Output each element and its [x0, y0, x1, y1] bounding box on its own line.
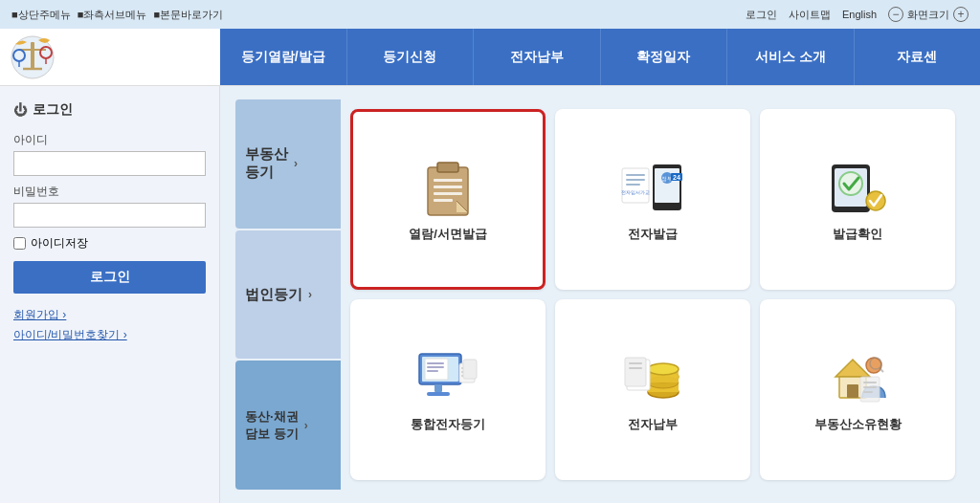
svg-point-57	[866, 358, 881, 373]
item-integrated-elec-label: 통합전자등기	[411, 416, 485, 433]
top-bar-right: 로그인 사이트맵 English − 화면크기 +	[746, 7, 969, 22]
content-area: 부동산등기 › 법인등기 › 동산·채권담보 등기 ›	[220, 86, 980, 503]
category-movable-label: 동산·채권담보 등기	[245, 408, 299, 443]
svg-rect-62	[863, 386, 877, 388]
categories: 부동산등기 › 법인등기 › 동산·채권담보 등기 ›	[235, 99, 341, 490]
coins-icon	[621, 346, 684, 408]
svg-rect-53	[629, 367, 642, 369]
increase-font-button[interactable]: +	[953, 7, 969, 22]
login-title: ⏻ 로그인	[13, 101, 206, 119]
english-link[interactable]: English	[842, 9, 877, 20]
login-button[interactable]: 로그인	[13, 261, 206, 294]
id-input[interactable]	[13, 151, 206, 176]
sidebar: ⏻ 로그인 아이디 비밀번호 아이디저장 로그인 회원가입 › 아이디/비밀번호…	[0, 86, 220, 503]
category-real-estate[interactable]: 부동산등기 ›	[235, 99, 341, 229]
nav-data[interactable]: 자료센	[855, 29, 981, 85]
login-section: ⏻ 로그인 아이디 비밀번호 아이디저장 로그인	[13, 101, 206, 294]
item-electronic-pay[interactable]: 전자납부	[555, 299, 750, 480]
item-electronic-issue-label: 전자발급	[628, 226, 678, 243]
svg-rect-21	[626, 184, 640, 186]
item-electronic-issue[interactable]: 정부 24 전자입서가교 전자발급	[555, 109, 750, 290]
skip-body[interactable]: ■본문바로가기	[153, 9, 223, 20]
logo-area[interactable]: 대한민국 법원 인터넷등기소	[0, 29, 220, 85]
svg-rect-52	[629, 362, 642, 364]
nav-confirm-date[interactable]: 확정일자	[601, 29, 728, 85]
items-grid: 열람/서면발급 정부 24	[341, 99, 965, 490]
header: 대한민국 법원 인터넷등기소 등기열람/발급 등기신청 전자납부 확정일자 서비…	[0, 29, 980, 86]
find-credentials-link[interactable]: 아이디/비밀번호찾기 ›	[13, 327, 206, 343]
remember-id-label: 아이디저장	[31, 235, 88, 252]
category-corporation-arrow: ›	[308, 288, 312, 301]
item-browse-issue-label: 열람/서면발급	[409, 226, 487, 243]
govt24-icon: 정부 24 전자입서가교	[618, 156, 687, 218]
computer-icon	[415, 346, 480, 408]
svg-text:24: 24	[673, 174, 680, 181]
sitemap-link[interactable]: 사이트맵	[789, 8, 831, 22]
login-link[interactable]: 로그인	[746, 8, 777, 22]
svg-rect-32	[427, 370, 438, 372]
nav-service[interactable]: 서비스 소개	[727, 29, 855, 85]
svg-rect-19	[626, 174, 645, 176]
sidebar-links: 회원가입 › 아이디/비밀번호찾기 ›	[13, 307, 206, 343]
svg-rect-1	[31, 42, 34, 69]
svg-rect-9	[434, 186, 462, 188]
id-label: 아이디	[13, 132, 206, 148]
screen-size-label: 화면크기	[907, 8, 949, 22]
category-real-estate-arrow: ›	[294, 157, 298, 170]
remember-id-row: 아이디저장	[13, 235, 206, 252]
category-real-estate-label: 부동산등기	[245, 145, 288, 182]
category-movable[interactable]: 동산·채권담보 등기 ›	[235, 361, 341, 490]
svg-rect-29	[425, 359, 448, 380]
decrease-font-button[interactable]: −	[888, 7, 903, 22]
svg-rect-11	[434, 199, 453, 202]
item-browse-issue[interactable]: 열람/서면발급	[350, 109, 546, 290]
svg-rect-56	[847, 384, 858, 398]
nav-pay[interactable]: 전자납부	[474, 29, 601, 85]
svg-line-59	[880, 368, 883, 372]
item-issue-confirm-label: 발급확인	[833, 226, 882, 243]
pw-label: 비밀번호	[13, 184, 206, 200]
svg-rect-31	[427, 366, 444, 368]
svg-marker-54	[835, 360, 870, 377]
house-person-icon	[826, 346, 889, 408]
category-corporation-label: 법인등기	[245, 286, 302, 304]
category-corporation[interactable]: 법인등기 ›	[235, 230, 341, 360]
svg-rect-30	[427, 362, 444, 364]
svg-rect-63	[863, 391, 873, 393]
main-nav: 등기열람/발급 등기신청 전자납부 확정일자 서비스 소개 자료센	[220, 29, 980, 85]
power-icon: ⏻	[13, 102, 27, 118]
item-real-estate-own-label: 부동산소유현황	[814, 416, 902, 433]
screen-size-control: − 화면크기 +	[888, 7, 969, 22]
item-electronic-pay-label: 전자납부	[628, 416, 678, 433]
svg-rect-10	[434, 192, 462, 195]
svg-rect-51	[625, 358, 646, 386]
item-issue-confirm[interactable]: 발급확인	[760, 109, 955, 290]
login-title-text: 로그인	[33, 101, 73, 119]
svg-rect-34	[427, 392, 450, 396]
clipboard-icon	[420, 156, 476, 218]
check-tablet-icon	[826, 156, 889, 218]
nav-register[interactable]: 등기신청	[347, 29, 475, 85]
grid-outer: 부동산등기 › 법인등기 › 동산·채권담보 등기 ›	[235, 99, 965, 490]
remember-id-checkbox[interactable]	[13, 237, 26, 250]
svg-rect-8	[434, 179, 462, 182]
svg-text:전자입서가교: 전자입서가교	[621, 189, 650, 195]
main-content: ⏻ 로그인 아이디 비밀번호 아이디저장 로그인 회원가입 › 아이디/비밀번호…	[0, 86, 980, 503]
password-input[interactable]	[13, 203, 206, 228]
item-real-estate-own[interactable]: 부동산소유현황	[760, 299, 955, 480]
logo-icon	[10, 34, 56, 80]
svg-rect-39	[463, 360, 477, 379]
item-integrated-elec[interactable]: 통합전자등기	[350, 299, 546, 480]
category-movable-arrow: ›	[304, 419, 308, 432]
signup-link[interactable]: 회원가입 ›	[13, 307, 206, 323]
svg-rect-60	[860, 377, 880, 402]
svg-rect-61	[863, 382, 877, 383]
svg-point-46	[648, 363, 679, 375]
svg-rect-33	[434, 384, 442, 392]
nav-browse[interactable]: 등기열람/발급	[220, 29, 347, 85]
skip-top[interactable]: ■상단주메뉴	[11, 9, 71, 20]
svg-rect-7	[437, 163, 458, 172]
svg-rect-20	[626, 179, 645, 181]
